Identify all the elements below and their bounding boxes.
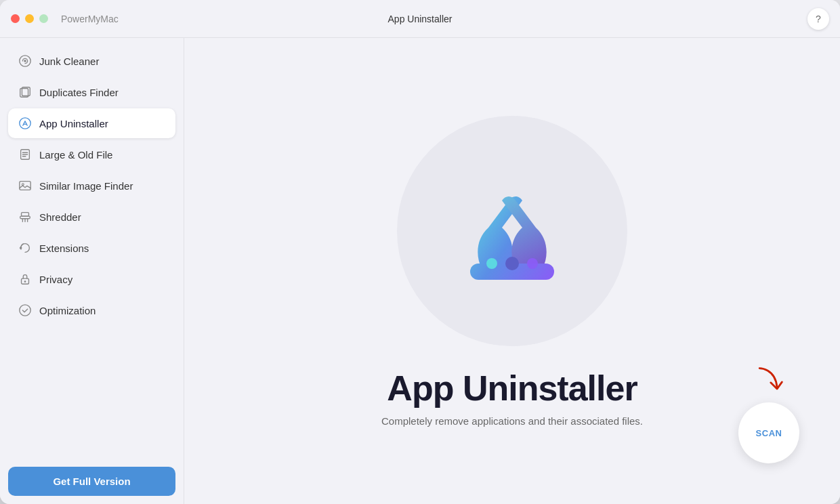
sidebar-item-label: Junk Cleaner (39, 56, 99, 67)
sidebar-item-label: App Uninstaller (39, 118, 108, 129)
minimize-button[interactable] (25, 14, 34, 23)
privacy-icon (18, 272, 33, 287)
sidebar-item-privacy[interactable]: Privacy (8, 264, 175, 294)
sidebar-footer: Get Full Version (8, 459, 175, 496)
app-name-label: PowerMyMac (61, 14, 119, 24)
sidebar-item-app-uninstaller[interactable]: App Uninstaller (8, 108, 175, 138)
svg-point-15 (505, 257, 519, 270)
sidebar-nav: Junk Cleaner Duplicates Finder (8, 46, 175, 459)
sidebar-item-label: Privacy (39, 274, 72, 285)
extensions-icon (18, 240, 33, 255)
sidebar-item-label: Duplicates Finder (39, 87, 119, 98)
sidebar-item-junk-cleaner[interactable]: Junk Cleaner (8, 46, 175, 76)
sidebar-item-extensions[interactable]: Extensions (8, 233, 175, 263)
svg-point-16 (486, 258, 497, 269)
app-title: App Uninstaller (387, 368, 637, 408)
window-controls (11, 14, 48, 23)
app-store-icon (444, 163, 580, 299)
sidebar-item-label: Large & Old File (39, 149, 112, 161)
duplicates-icon (18, 85, 33, 100)
maximize-button[interactable] (39, 14, 48, 23)
sidebar-item-optimization[interactable]: Optimization (8, 295, 175, 325)
main-content: Junk Cleaner Duplicates Finder (0, 38, 840, 504)
file-icon (18, 147, 33, 162)
svg-point-1 (24, 60, 26, 62)
scan-button-label: SCAN (756, 428, 782, 438)
app-window: PowerMyMac App Uninstaller ? J (0, 0, 840, 504)
titlebar: PowerMyMac App Uninstaller ? (0, 0, 840, 38)
shredder-icon (18, 209, 33, 224)
sidebar-item-label: Similar Image Finder (39, 180, 133, 192)
svg-rect-6 (20, 182, 30, 190)
app-subtitle: Completely remove applications and their… (381, 415, 643, 427)
get-full-version-button[interactable]: Get Full Version (8, 467, 175, 496)
junk-icon (18, 54, 33, 68)
sidebar-item-label: Shredder (39, 211, 81, 223)
sidebar-item-large-old-file[interactable]: Large & Old File (8, 140, 175, 169)
sidebar-item-shredder[interactable]: Shredder (8, 202, 175, 232)
sidebar-item-similar-image-finder[interactable]: Similar Image Finder (8, 171, 175, 201)
scan-container: SCAN (738, 362, 799, 463)
svg-point-10 (20, 247, 22, 249)
app-icon-container (397, 116, 627, 346)
uninstaller-icon (18, 116, 33, 131)
svg-point-12 (24, 280, 26, 282)
sidebar-item-label: Optimization (39, 305, 96, 316)
sidebar-item-label: Extensions (39, 243, 89, 254)
content-area: App Uninstaller Completely remove applic… (184, 38, 840, 504)
svg-point-17 (527, 258, 538, 269)
sidebar: Junk Cleaner Duplicates Finder (0, 38, 184, 504)
svg-point-4 (20, 118, 30, 129)
close-button[interactable] (11, 14, 20, 23)
optimization-icon (18, 303, 33, 318)
window-title: App Uninstaller (388, 14, 453, 24)
svg-rect-9 (22, 213, 29, 216)
sidebar-item-duplicates-finder[interactable]: Duplicates Finder (8, 77, 175, 107)
arrow-icon (752, 365, 786, 406)
scan-button[interactable]: SCAN (738, 402, 799, 463)
help-button[interactable]: ? (807, 8, 829, 30)
svg-point-7 (22, 184, 24, 186)
image-icon (18, 178, 33, 193)
svg-point-13 (20, 305, 30, 316)
